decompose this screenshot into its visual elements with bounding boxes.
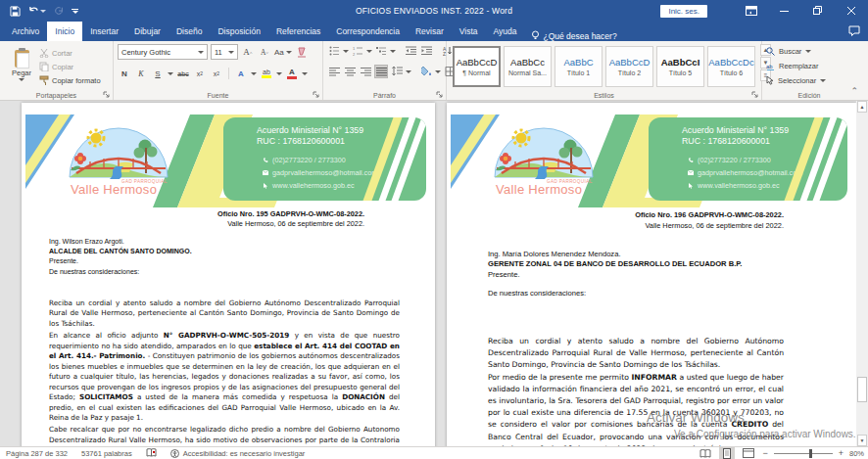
tab-disposicin[interactable]: Disposición xyxy=(210,22,267,41)
highlight-button[interactable]: ab xyxy=(260,67,273,80)
ruc-line: RUC : 1768120600001 xyxy=(682,136,802,147)
scroll-up-icon[interactable]: ▲ xyxy=(857,101,867,113)
sign-in-button[interactable]: Inic. ses. xyxy=(660,5,707,18)
zoom-level[interactable]: 80% xyxy=(849,449,864,458)
group-editing: Buscar abReemplazar Seleccionar Edición xyxy=(762,41,856,100)
word-count[interactable]: 53761 palabras xyxy=(81,449,132,458)
clipboard-dialog-launcher-icon[interactable] xyxy=(103,91,110,98)
style-ttulo5[interactable]: AaBbCcITítulo 5 xyxy=(656,46,704,87)
align-right-button[interactable] xyxy=(359,65,372,78)
read-mode-icon[interactable] xyxy=(698,447,713,459)
numbering-button[interactable]: 12 xyxy=(351,44,364,58)
group-label-styles: Estilos xyxy=(447,92,761,99)
find-button[interactable]: Buscar xyxy=(766,44,852,59)
justify-button[interactable] xyxy=(374,65,388,78)
paragraph-dialog-launcher-icon[interactable] xyxy=(436,91,443,98)
shrink-font-button[interactable]: A˅ xyxy=(258,45,271,59)
tell-me-label[interactable]: ¿Qué desea hacer? xyxy=(544,31,617,41)
salutation: De nuestras consideraciones: xyxy=(49,268,139,275)
document-paragraph: Reciba un cordial y atento saludo a nomb… xyxy=(488,336,784,372)
style-ttulo6[interactable]: AaBbCcDcTítulo 6 xyxy=(707,46,755,87)
page-indicator[interactable]: Página 287 de 332 xyxy=(6,449,68,458)
multilevel-list-button[interactable] xyxy=(374,44,388,58)
clear-formatting-button[interactable] xyxy=(295,45,309,59)
font-color-button[interactable]: A xyxy=(285,67,299,80)
italic-button[interactable]: K xyxy=(134,67,148,80)
replace-icon: ab xyxy=(766,62,775,70)
tab-referencias[interactable]: Referencias xyxy=(268,22,328,41)
comments-icon[interactable] xyxy=(848,25,860,36)
superscript-button[interactable]: x2 xyxy=(210,67,223,80)
collapse-ribbon-icon[interactable]: ⌃ xyxy=(850,86,858,96)
tab-insertar[interactable]: Insertar xyxy=(82,22,126,41)
align-center-button[interactable] xyxy=(343,65,357,78)
change-case-button[interactable]: Aa xyxy=(274,45,292,59)
format-painter-button[interactable]: Copiar formato xyxy=(39,73,101,87)
replace-button[interactable]: abReemplazar xyxy=(766,59,852,73)
proofing-icon[interactable] xyxy=(146,448,157,458)
style-ttulo2[interactable]: AaBbCcDTítulo 2 xyxy=(605,46,653,87)
text-effects-button[interactable]: A xyxy=(234,67,248,80)
line-spacing-button[interactable] xyxy=(390,65,404,78)
minimize-button[interactable] xyxy=(768,0,801,22)
zoom-slider[interactable] xyxy=(774,453,833,454)
print-layout-icon[interactable] xyxy=(719,447,735,459)
tab-diseo[interactable]: Diseño xyxy=(169,22,210,41)
style-ttulo1[interactable]: AaBbCTítulo 1 xyxy=(555,46,603,87)
accessibility-status[interactable]: Accesibilidad: es necesario investigar xyxy=(170,449,306,458)
tab-archivo[interactable]: Archivo xyxy=(4,22,47,41)
style-normal[interactable]: AaBbCcD¶ Normal xyxy=(453,46,501,87)
zoom-out-icon[interactable]: − xyxy=(762,448,767,458)
grow-font-button[interactable]: A˄ xyxy=(241,45,255,59)
svg-text:1: 1 xyxy=(353,46,356,51)
underline-button[interactable]: S xyxy=(151,67,165,80)
group-label-clipboard: Portapapeles xyxy=(0,92,113,99)
gad-logo: GAD PARROQUIAL Valle Hermoso xyxy=(492,118,658,207)
zoom-slider-thumb[interactable] xyxy=(809,449,812,458)
zoom-in-icon[interactable]: + xyxy=(839,448,844,458)
vertical-scrollbar[interactable]: ▲ ▼ xyxy=(856,101,868,446)
website-url: www.vallehermoso.gob.ec xyxy=(272,179,355,192)
style-name: Normal Sa... xyxy=(508,69,547,76)
tab-ayuda[interactable]: Ayuda xyxy=(486,22,525,41)
svg-text:Z: Z xyxy=(443,51,446,56)
subscript-button[interactable]: x2 xyxy=(193,67,207,80)
font-dialog-launcher-icon[interactable] xyxy=(313,91,319,98)
bold-button[interactable]: N xyxy=(118,67,131,80)
phone-number: (02)2773220 / 2773300 xyxy=(272,154,346,166)
increase-indent-button[interactable] xyxy=(419,44,433,58)
website-url: www.vallehermoso.gob.ec xyxy=(698,179,780,192)
copy-button[interactable]: Copiar xyxy=(39,60,101,73)
align-left-button[interactable] xyxy=(327,65,341,78)
cut-button[interactable]: Cortar xyxy=(39,46,101,60)
tab-vista[interactable]: Vista xyxy=(452,22,486,41)
tab-correspondencia[interactable]: Correspondencia xyxy=(328,22,408,41)
style-sample: AaBbC xyxy=(563,58,593,68)
scrollbar-thumb[interactable] xyxy=(857,377,867,402)
style-name: ¶ Normal xyxy=(462,69,490,76)
paste-button[interactable]: Pegar xyxy=(4,44,39,87)
shading-button[interactable] xyxy=(419,65,433,78)
restore-button[interactable] xyxy=(801,0,835,22)
tab-inicio[interactable]: Inicio xyxy=(47,22,82,41)
page-1[interactable]: Acuerdo Ministerial N° 1359RUC : 1768120… xyxy=(22,103,435,446)
scroll-down-icon[interactable]: ▼ xyxy=(857,435,867,446)
select-cursor-icon xyxy=(766,76,774,85)
close-button[interactable] xyxy=(835,0,868,22)
decrease-indent-button[interactable] xyxy=(404,44,417,58)
group-label-font: Fuente xyxy=(114,92,322,99)
email-address: gadprvallehermoso@hotmail.com xyxy=(698,166,802,179)
web-layout-icon[interactable] xyxy=(741,447,756,459)
font-size-combobox[interactable]: 11 xyxy=(211,44,238,60)
tab-revisar[interactable]: Revisar xyxy=(408,22,452,41)
font-family-combobox[interactable]: Century Gothic xyxy=(118,44,208,60)
bullets-button[interactable] xyxy=(327,44,341,58)
strikethrough-button[interactable]: abc xyxy=(176,67,190,80)
tab-dibujar[interactable]: Dibujar xyxy=(126,22,169,41)
select-button[interactable]: Seleccionar xyxy=(766,73,852,88)
ribbon-display-options-icon[interactable] xyxy=(735,0,768,22)
style-normalsa[interactable]: AaBbCcNormal Sa... xyxy=(504,46,552,87)
page-2[interactable]: Acuerdo Ministerial N° 1359RUC : 1768120… xyxy=(447,103,856,446)
tell-me-box[interactable]: ¿Qué desea hacer? xyxy=(525,30,617,41)
styles-dialog-launcher-icon[interactable] xyxy=(751,91,758,98)
